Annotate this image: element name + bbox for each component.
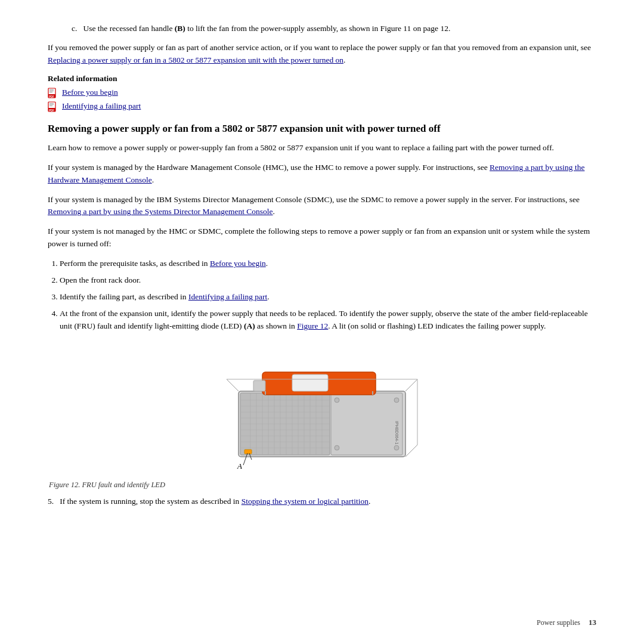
section-intro-para: Learn how to remove a power supply or po…	[48, 142, 596, 154]
pdf-icon-1: PDF	[48, 88, 58, 98]
footer: Power supplies 13	[0, 618, 644, 627]
link-before-you-begin[interactable]: Before you begin	[62, 88, 118, 97]
link-step1-before-you-begin[interactable]: Before you begin	[210, 259, 266, 268]
figure-12-container: IPHBD064-1 A	[48, 343, 596, 477]
svg-line-52	[405, 445, 417, 457]
svg-rect-3	[49, 89, 54, 90]
svg-rect-4	[49, 91, 54, 91]
step-3: Identify the failing part, as described …	[60, 291, 596, 304]
svg-rect-10	[49, 104, 54, 105]
step-2: Open the front rack door.	[60, 274, 596, 287]
svg-point-38	[335, 445, 339, 450]
link-stopping-system[interactable]: Stopping the system or logical partition	[242, 497, 369, 506]
svg-point-40	[394, 445, 399, 450]
step-4: At the front of the expansion unit, iden…	[60, 308, 596, 333]
para-no-hmc: If your system is not managed by the HMC…	[48, 225, 596, 250]
para-hmc: If your system is managed by the Hardwar…	[48, 162, 596, 187]
svg-line-48	[227, 379, 239, 391]
figure-caption: Figure 12. FRU fault and identify LED	[49, 481, 596, 490]
steps-list: Perform the prerequisite tasks, as descr…	[60, 258, 596, 333]
svg-text:IPHBD064-1: IPHBD064-1	[395, 421, 399, 444]
svg-point-37	[335, 398, 339, 402]
step-c-bold-b: (B)	[175, 24, 185, 33]
link-figure12[interactable]: Figure 12	[297, 321, 328, 330]
step-5-number: 5.	[48, 497, 54, 506]
link-identifying-failing-part[interactable]: Identifying a failing part	[62, 101, 141, 111]
figure-12-image: IPHBD064-1 A	[221, 343, 423, 475]
link-step3-identifying[interactable]: Identifying a failing part	[188, 292, 267, 301]
figure-caption-text: Figure 12. FRU fault and identify LED	[49, 481, 165, 489]
footer-label: Power supplies	[537, 618, 580, 627]
svg-text:PDF: PDF	[49, 95, 54, 98]
para-sdmc: If your system is managed by the IBM Sys…	[48, 194, 596, 219]
svg-text:PDF: PDF	[49, 109, 54, 112]
link-removing-sdmc[interactable]: Removing a part by using the Systems Dir…	[48, 207, 273, 216]
related-info-label: Related information	[48, 74, 596, 83]
step-c-block: c. Use the recessed fan handle (B) to li…	[48, 24, 596, 33]
svg-rect-43	[253, 380, 265, 391]
step4-bold-a: (A)	[244, 321, 255, 330]
related-link-row-2: PDF Identifying a failing part	[48, 101, 596, 112]
link-removing-hmc[interactable]: Removing a part by using the Hardware Ma…	[48, 163, 584, 184]
step-1: Perform the prerequisite tasks, as descr…	[60, 258, 596, 270]
link-replacing-power-supply[interactable]: Replacing a power supply or fan in a 580…	[48, 55, 343, 64]
page: c. Use the recessed fan handle (B) to li…	[0, 0, 644, 644]
step-c-label: c.	[72, 24, 77, 33]
svg-rect-11	[49, 106, 52, 106]
step-c-text: c. Use the recessed fan handle (B) to li…	[72, 24, 596, 33]
related-link-row-1: PDF Before you begin	[48, 87, 596, 98]
svg-point-39	[394, 398, 399, 402]
svg-rect-46	[244, 450, 252, 454]
footer-page-number: 13	[589, 618, 596, 627]
svg-rect-5	[49, 92, 52, 92]
footer-content: Power supplies 13	[537, 618, 596, 627]
svg-rect-9	[49, 103, 54, 104]
section-title: Removing a power supply or fan from a 58…	[48, 122, 596, 136]
svg-line-51	[405, 379, 417, 391]
step-5: 5. If the system is running, stop the sy…	[48, 496, 596, 508]
svg-rect-42	[292, 374, 328, 391]
pdf-icon-2: PDF	[48, 101, 58, 112]
svg-text:A: A	[237, 462, 242, 470]
para-1: If you removed the power supply or fan a…	[48, 42, 596, 67]
svg-rect-36	[331, 393, 402, 455]
